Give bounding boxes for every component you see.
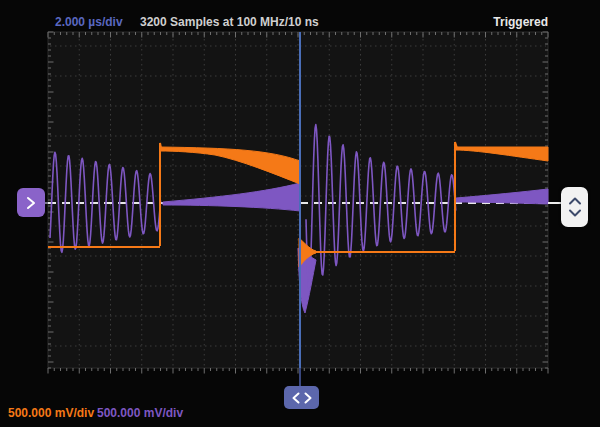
trigger-position-handle[interactable] (284, 386, 319, 409)
channel1-scale-readout: 500.000 mV/div (8, 406, 94, 420)
trigger-status-badge: Triggered (493, 15, 548, 29)
chevron-down-icon (568, 209, 582, 217)
oscilloscope-app: 2.000 µs/div 3200 Samples at 100 MHz/10 … (0, 0, 600, 427)
oscilloscope-display[interactable] (0, 0, 600, 427)
chevron-left-icon (292, 392, 300, 404)
trigger-level-stepper[interactable] (561, 187, 588, 227)
chevron-right-icon (304, 392, 312, 404)
sample-info-readout: 3200 Samples at 100 MHz/10 ns (140, 15, 319, 29)
timebase-readout: 2.000 µs/div (55, 15, 123, 29)
channel-1-square-trace (160, 143, 161, 246)
channel2-scale-readout: 500.000 mV/div (97, 406, 183, 420)
chevron-right-icon (25, 196, 37, 210)
chevron-up-icon (568, 197, 582, 205)
channel-offset-handle-button[interactable] (17, 188, 45, 217)
